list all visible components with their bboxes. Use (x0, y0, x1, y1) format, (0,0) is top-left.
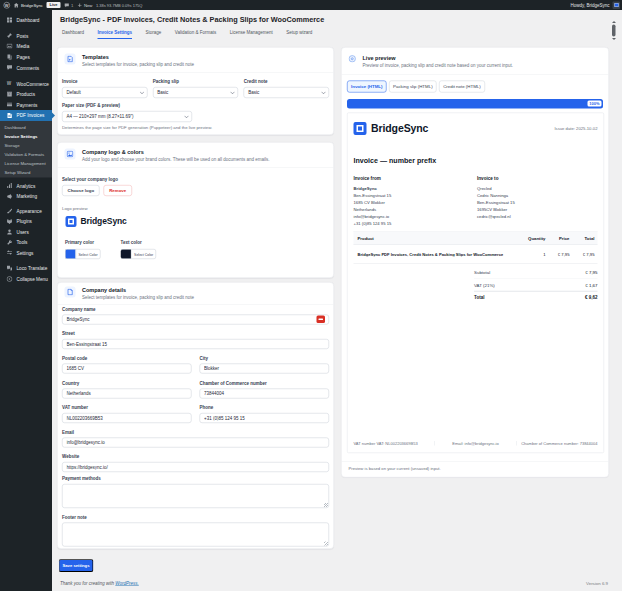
wp-version: Version 6.9 (586, 581, 608, 586)
paper-size-label: Paper size (PDF & preview) (62, 103, 329, 109)
sidebar-item-plugins[interactable]: Plugins (0, 216, 52, 227)
submenu-item-dashboard[interactable]: Dashboard (0, 123, 52, 132)
preview-tab-credit-note-html[interactable]: Credit note (HTML) (439, 81, 485, 93)
howdy-account-label[interactable]: Howdy, BridgeSync (571, 3, 610, 8)
invoice-footer-coc: Chamber of Commerce number: 73844004 (517, 441, 598, 446)
preview-tabs: Invoice (HTML) Packing slip (HTML) Credi… (347, 81, 603, 93)
pdf-invoices-icon (7, 112, 13, 118)
invoice-document-title: Invoice — number prefix (354, 156, 598, 164)
submenu-item-setup-wizard[interactable]: Setup Wizard (0, 168, 52, 177)
text-color-label: Text color (121, 240, 157, 246)
invoice-preview-sheet: BridgeSync Issue date: 2025-10-02 Invoic… (347, 113, 604, 454)
invoice-issue-date: Issue date: 2025-10-02 (554, 122, 597, 131)
tab-setup-wizard[interactable]: Setup wizard (286, 30, 312, 39)
scrollbar-thumb[interactable] (612, 25, 616, 37)
sidebar-item-appearance[interactable]: Appearance (0, 206, 52, 217)
wordpress-logo-icon[interactable]: W (4, 2, 11, 9)
sidebar-item-products[interactable]: Products (0, 89, 52, 100)
chevron-down-icon (231, 90, 235, 94)
subtotal-row: Subtotal € 7,95 (474, 267, 598, 279)
preview-tab-invoice-html[interactable]: Invoice (HTML) (347, 81, 387, 93)
website-input[interactable] (62, 462, 329, 472)
company-name-input[interactable] (62, 315, 329, 325)
tab-invoice-settings[interactable]: Invoice Settings (98, 30, 133, 39)
resize-grip-icon[interactable] (324, 503, 328, 507)
grand-total-row: Total € 9,62 (474, 291, 598, 303)
sidebar-item-settings[interactable]: Settings (0, 247, 52, 258)
tab-validation-formats[interactable]: Validation & Formats (175, 30, 216, 39)
admin-bar-site-name[interactable]: BridgeSync (14, 2, 43, 8)
text-select-color-button[interactable]: Select Color (131, 249, 156, 259)
live-preview-eye-icon (349, 55, 357, 63)
query-monitor-stats[interactable]: 1.38s 93.7MB 0.09s 175Q (96, 3, 142, 8)
wrench-icon (7, 239, 13, 245)
resize-grip-icon[interactable] (324, 541, 328, 545)
preview-zoom-slider[interactable]: 100% (347, 99, 603, 109)
sidebar-item-dashboard[interactable]: Dashboard (0, 15, 52, 26)
scrollbar-down-arrow[interactable] (612, 38, 616, 40)
invoice-items-table: Product Quantity Price Total BridgeSync … (354, 231, 598, 264)
primary-color-picker[interactable]: Select Color (65, 249, 101, 259)
paper-size-select[interactable]: A4 — 210×297 mm (8.27×11.69") (62, 111, 192, 122)
logo-colors-card: Company logo & colors Add your logo and … (57, 142, 334, 278)
primary-select-color-button[interactable]: Select Color (76, 249, 101, 259)
remove-logo-button[interactable]: Remove (104, 185, 132, 196)
tab-dashboard[interactable]: Dashboard (62, 30, 84, 39)
chamber-of-commerce-input[interactable] (200, 388, 330, 398)
wp-footer-thanks: Thank you for creating with WordPress. (60, 581, 139, 586)
preview-tab-packing-slip-html[interactable]: Packing slip (HTML) (389, 81, 437, 93)
submenu-item-invoice-settings[interactable]: Invoice Settings (0, 132, 52, 141)
packing-slip-template-select[interactable]: Basic (153, 87, 238, 98)
phone-input[interactable] (200, 413, 330, 423)
sidebar-item-tools[interactable]: Tools (0, 237, 52, 248)
sidebar-item-pdf-invoices[interactable]: PDF Invoices (0, 110, 52, 121)
logo-card-subtitle: Add your logo and choose your brand colo… (82, 157, 270, 163)
page-title: BridgeSync - PDF Invoices, Credit Notes … (60, 15, 324, 23)
sidebar-item-posts[interactable]: Posts (0, 30, 52, 41)
tab-storage[interactable]: Storage (146, 30, 162, 39)
live-preview-subtitle: Preview of invoice, packing slip and cre… (363, 63, 514, 69)
admin-bar-comments[interactable]: 1 (64, 2, 73, 8)
submenu-item-license-management[interactable]: License Management (0, 159, 52, 168)
sidebar-item-marketing[interactable]: Marketing (0, 191, 52, 202)
invoice-from-label: Invoice from (354, 176, 478, 181)
sidebar-item-pages[interactable]: Pages (0, 52, 52, 63)
wordpress-link[interactable]: WordPress. (115, 581, 139, 586)
text-color-picker[interactable]: Select Color (121, 249, 157, 259)
submenu-item-storage[interactable]: Storage (0, 141, 52, 150)
scrollbar-up-arrow[interactable] (612, 21, 616, 23)
save-settings-button[interactable]: Save settings (59, 559, 94, 572)
sidebar-item-analytics[interactable]: Analytics (0, 180, 52, 191)
payment-methods-textarea[interactable] (62, 484, 329, 508)
appearance-brush-icon (7, 208, 13, 214)
live-preview-card: Live preview Preview of invoice, packing… (341, 47, 609, 478)
vat-number-input[interactable] (62, 413, 192, 423)
tab-license-management[interactable]: License Management (230, 30, 273, 39)
postal-code-input[interactable] (62, 364, 192, 374)
footer-note-textarea[interactable] (62, 522, 329, 546)
woocommerce-icon: W (7, 81, 13, 87)
invoice-template-select[interactable]: Default (62, 87, 147, 98)
country-field: Country (62, 380, 192, 398)
sidebar-item-media[interactable]: Media (0, 41, 52, 52)
email-input[interactable] (62, 437, 329, 447)
pdf-invoices-submenu: Dashboard Invoice Settings Storage Valid… (0, 121, 52, 178)
admin-bar-new-button[interactable]: New (77, 2, 93, 8)
browser-scrollbar[interactable] (612, 21, 617, 40)
sidebar-item-users[interactable]: Users (0, 227, 52, 238)
credit-note-template-select[interactable]: Basic (244, 87, 329, 98)
city-input[interactable] (200, 364, 330, 374)
street-input[interactable] (62, 339, 329, 349)
sidebar-item-comments[interactable]: Comments (0, 62, 52, 73)
admin-content-area: BridgeSync - PDF Invoices, Credit Notes … (52, 10, 622, 591)
sidebar-collapse-menu[interactable]: Collapse Menu (0, 274, 52, 285)
live-preview-title: Live preview (363, 55, 514, 62)
choose-logo-button[interactable]: Choose logo (62, 185, 100, 196)
sidebar-item-payments[interactable]: Payments (0, 99, 52, 110)
sidebar-item-loco-translate[interactable]: Loco Translate (0, 263, 52, 274)
password-manager-extension-icon[interactable] (317, 316, 326, 324)
submenu-item-validation-formats[interactable]: Validation & Formats (0, 150, 52, 159)
sidebar-item-woocommerce[interactable]: W WooCommerce (0, 78, 52, 89)
user-avatar[interactable] (613, 1, 621, 9)
country-input[interactable] (62, 388, 192, 398)
